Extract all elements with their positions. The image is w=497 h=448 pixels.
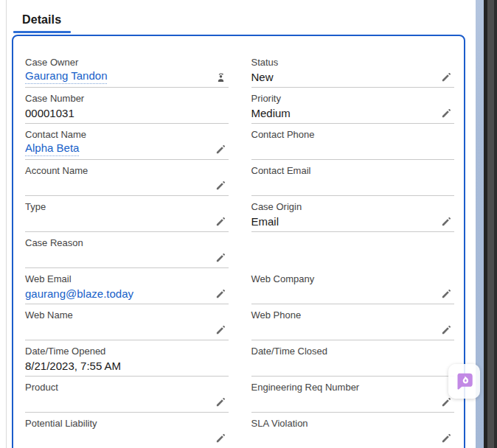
field-value-row: Gaurang Tandon xyxy=(25,68,229,87)
field-value-row xyxy=(251,357,455,376)
details-panel: Case OwnerGaurang TandonCase Number00001… xyxy=(12,35,465,448)
field-value-row xyxy=(251,429,455,448)
edit-pencil-icon xyxy=(441,396,452,407)
field-label: Case Number xyxy=(25,93,229,104)
field-label: Potential Liability xyxy=(25,418,229,429)
change-owner-icon xyxy=(215,71,227,83)
field-web-company: Web Company xyxy=(251,268,455,304)
edit-pencil-icon xyxy=(441,288,452,299)
edit-pencil-icon xyxy=(215,396,226,407)
field-value-row xyxy=(25,212,229,231)
blaze-extension-overlay-card xyxy=(448,364,480,399)
field-label: Case Origin xyxy=(251,201,455,212)
field-label: SLA Violation xyxy=(251,418,455,429)
edit-button[interactable] xyxy=(215,432,227,444)
field-label: Web Phone xyxy=(251,309,455,321)
edit-button[interactable] xyxy=(440,323,453,336)
edit-button[interactable] xyxy=(440,396,453,408)
field-value[interactable]: Gaurang Tandon xyxy=(25,69,107,84)
field-label: Priority xyxy=(251,93,455,104)
field-value-row xyxy=(25,429,229,448)
edit-pencil-icon xyxy=(441,71,452,83)
tab-details[interactable]: Details xyxy=(22,13,61,27)
page-root: Details Case OwnerGaurang TandonCase Num… xyxy=(0,0,497,448)
edit-button[interactable] xyxy=(215,179,227,192)
field-value-row: Medium xyxy=(251,104,455,123)
field-spacer xyxy=(251,232,455,268)
edit-pencil-icon xyxy=(215,433,226,444)
details-column-left: Case OwnerGaurang TandonCase Number00001… xyxy=(25,52,229,448)
edit-button[interactable] xyxy=(215,251,227,264)
field-account-name: Account Name xyxy=(25,160,229,196)
field-contact-name: Contact NameAlpha Beta xyxy=(25,124,229,160)
left-divider-line xyxy=(6,0,7,448)
field-status: StatusNew xyxy=(251,52,455,88)
edit-pencil-icon xyxy=(215,252,226,263)
edit-pencil-icon xyxy=(215,180,226,191)
change-owner-button[interactable] xyxy=(215,71,227,83)
field-case-origin: Case OriginEmail xyxy=(251,196,455,232)
field-label: Web Email xyxy=(25,273,229,284)
edit-button[interactable] xyxy=(440,432,453,444)
field-value-row: New xyxy=(251,68,455,87)
field-value-row: Email xyxy=(251,212,455,231)
field-web-email: Web Emailgaurang@blaze.today xyxy=(25,268,229,304)
edit-button[interactable] xyxy=(215,396,227,408)
field-label: Status xyxy=(251,57,455,68)
edit-pencil-icon xyxy=(441,216,452,227)
field-label: Web Name xyxy=(25,309,229,321)
field-label: Engineering Req Number xyxy=(251,382,455,393)
edit-pencil-icon xyxy=(215,144,226,155)
field-label: Date/Time Opened xyxy=(25,346,229,357)
field-date-time-opened: Date/Time Opened8/21/2023, 7:55 AM xyxy=(25,340,229,377)
field-value: 8/21/2023, 7:55 AM xyxy=(25,360,121,373)
field-value-row xyxy=(25,176,229,195)
field-value[interactable]: Alpha Beta xyxy=(25,141,79,156)
field-value: Email xyxy=(251,215,279,228)
field-value-row xyxy=(251,140,455,159)
edit-button[interactable] xyxy=(215,287,227,300)
adjacent-window-edge-darker xyxy=(494,0,497,448)
edit-button[interactable] xyxy=(215,323,227,336)
field-value-row: 00001031 xyxy=(25,104,229,123)
field-value[interactable]: gaurang@blaze.today xyxy=(25,287,133,301)
edit-button[interactable] xyxy=(215,215,227,228)
field-value-row xyxy=(25,248,229,267)
field-web-phone: Web Phone xyxy=(251,304,455,340)
field-label: Account Name xyxy=(25,165,229,176)
edit-pencil-icon xyxy=(215,216,226,227)
field-label: Product xyxy=(25,382,229,393)
active-tab-underline xyxy=(13,31,71,33)
edit-pencil-icon xyxy=(215,288,226,299)
edit-pencil-icon xyxy=(441,324,452,335)
field-label: Contact Email xyxy=(251,165,455,176)
edit-pencil-icon xyxy=(441,433,452,444)
field-value: Medium xyxy=(251,107,291,120)
field-case-number: Case Number00001031 xyxy=(25,88,229,124)
edit-button[interactable] xyxy=(440,71,453,83)
edit-pencil-icon xyxy=(441,108,452,119)
adjacent-window-edge-gray xyxy=(487,0,494,448)
field-contact-phone: Contact Phone xyxy=(251,124,455,160)
blaze-extension-button[interactable] xyxy=(454,371,474,391)
field-value-row: gaurang@blaze.today xyxy=(25,284,229,304)
field-engineering-req-number: Engineering Req Number xyxy=(251,377,455,413)
field-value-row xyxy=(251,321,455,340)
edit-button[interactable] xyxy=(440,287,453,300)
field-contact-email: Contact Email xyxy=(251,160,455,196)
edit-button[interactable] xyxy=(440,215,453,228)
edit-button[interactable] xyxy=(440,107,453,119)
blaze-flame-bubble-icon xyxy=(454,371,474,391)
field-label: Type xyxy=(25,201,229,212)
edit-button[interactable] xyxy=(215,143,227,155)
field-label: Case Reason xyxy=(25,237,229,248)
field-potential-liability: Potential Liability xyxy=(25,413,229,448)
field-case-owner: Case OwnerGaurang Tandon xyxy=(25,52,229,88)
field-value-row xyxy=(25,321,229,340)
field-value: 00001031 xyxy=(25,107,74,120)
edit-pencil-icon xyxy=(215,324,226,335)
details-column-right: StatusNewPriorityMediumContact PhoneCont… xyxy=(251,52,455,448)
field-value-row xyxy=(251,393,455,412)
field-product: Product xyxy=(25,377,229,413)
field-value: New xyxy=(251,71,274,84)
